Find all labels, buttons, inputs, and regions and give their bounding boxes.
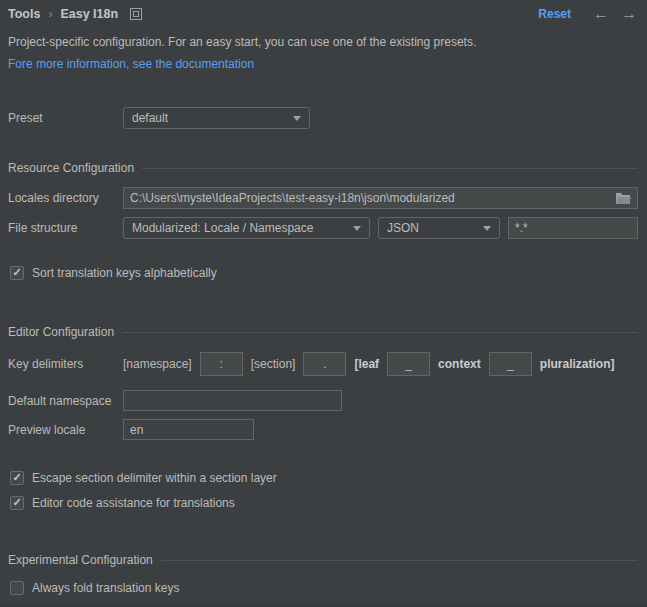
section-divider (122, 332, 638, 333)
file-structure-label: File structure (8, 221, 123, 235)
default-namespace-row: Default namespace (8, 390, 638, 411)
namespace-delimiter-input[interactable] (200, 352, 243, 376)
sort-keys-checkbox-row: Sort translation keys alphabetically (10, 266, 217, 280)
code-assistance-checkbox-label: Editor code assistance for translations (32, 496, 235, 510)
locales-directory-field (123, 187, 638, 209)
reset-button[interactable]: Reset (538, 7, 571, 21)
file-pattern-field (508, 217, 638, 239)
default-namespace-label: Default namespace (8, 394, 123, 408)
escape-delimiter-checkbox[interactable] (10, 471, 24, 485)
pluralization-bracket-label: pluralization] (540, 357, 615, 371)
default-namespace-input[interactable] (123, 390, 342, 411)
back-arrow-icon[interactable]: ← (593, 7, 609, 21)
preset-label: Preset (8, 111, 123, 125)
folder-icon[interactable] (615, 192, 631, 205)
locales-directory-input[interactable] (130, 191, 609, 205)
section-divider (161, 560, 638, 561)
locales-directory-label: Locales directory (8, 191, 123, 205)
code-assistance-checkbox-row: Editor code assistance for translations (10, 496, 235, 510)
file-structure-dropdown[interactable]: Modularized: Locale / Namespace (123, 217, 370, 239)
code-assistance-checkbox[interactable] (10, 496, 24, 510)
breadcrumb: Tools › Easy I18n (8, 7, 142, 21)
file-pattern-input[interactable] (515, 221, 647, 235)
header-actions: Reset ← → (538, 7, 637, 21)
fold-keys-checkbox-label: Always fold translation keys (32, 581, 179, 595)
section-bracket-label: [section] (251, 357, 296, 371)
chevron-down-icon (293, 116, 301, 121)
preview-locale-input[interactable] (123, 419, 254, 440)
locales-directory-row: Locales directory (8, 187, 638, 209)
escape-delimiter-checkbox-row: Escape section delimiter within a sectio… (10, 471, 277, 485)
namespace-bracket-label: [namespace] (123, 357, 192, 371)
panel-bottom-edge (0, 603, 647, 607)
preview-locale-row: Preview locale (8, 419, 638, 440)
file-format-dropdown[interactable]: JSON (378, 217, 500, 239)
editor-configuration-header: Editor Configuration (8, 325, 638, 339)
escape-delimiter-checkbox-label: Escape section delimiter within a sectio… (32, 471, 277, 485)
breadcrumb-separator-icon: › (48, 7, 52, 21)
preset-dropdown-value: default (132, 111, 168, 125)
sort-keys-checkbox-label: Sort translation keys alphabetically (32, 266, 217, 280)
resource-configuration-header: Resource Configuration (8, 161, 638, 175)
resource-configuration-title: Resource Configuration (8, 161, 134, 175)
forward-arrow-icon[interactable]: → (621, 7, 637, 21)
context-label: context (438, 357, 481, 371)
preview-locale-label: Preview locale (8, 423, 123, 437)
file-structure-dropdown-value: Modularized: Locale / Namespace (132, 221, 313, 235)
context-delimiter-input-2[interactable] (489, 352, 532, 376)
file-structure-row: File structure Modularized: Locale / Nam… (8, 217, 638, 239)
chevron-down-icon (353, 226, 361, 231)
chevron-down-icon (483, 226, 491, 231)
experimental-configuration-title: Experimental Configuration (8, 553, 153, 567)
preset-dropdown[interactable]: default (123, 107, 310, 129)
key-delimiters-label: Key delimiters (8, 357, 123, 371)
context-delimiter-input-1[interactable] (387, 352, 430, 376)
section-divider (142, 168, 638, 169)
preset-row: Preset default (8, 107, 638, 129)
experimental-configuration-header: Experimental Configuration (8, 553, 638, 567)
project-settings-icon (130, 8, 142, 20)
key-delimiters-row: Key delimiters [namespace] [section] [le… (8, 352, 638, 376)
page-title: Easy I18n (60, 7, 118, 21)
description-text: Project-specific configuration. For an e… (8, 35, 476, 49)
fold-keys-checkbox[interactable] (10, 581, 24, 595)
documentation-link[interactable]: Fore more information, see the documenta… (8, 57, 254, 71)
editor-configuration-title: Editor Configuration (8, 325, 114, 339)
sort-keys-checkbox[interactable] (10, 266, 24, 280)
section-delimiter-input[interactable] (303, 352, 346, 376)
file-format-dropdown-value: JSON (387, 221, 419, 235)
fold-keys-checkbox-row: Always fold translation keys (10, 581, 179, 595)
leaf-bracket-label: [leaf (354, 357, 379, 371)
breadcrumb-tools[interactable]: Tools (8, 7, 40, 21)
